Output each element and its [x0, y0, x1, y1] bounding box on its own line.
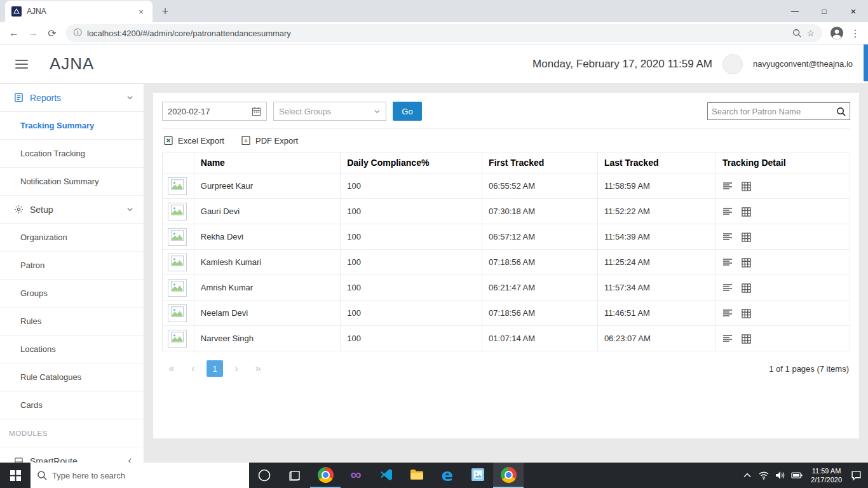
groups-select[interactable]: Select Groups	[273, 102, 386, 121]
taskbar-app-visual-studio[interactable]: ∞	[341, 463, 371, 488]
sidebar-item-reports[interactable]: Reports	[0, 84, 144, 112]
profile-avatar-icon[interactable]	[830, 26, 844, 40]
patron-photo-placeholder	[168, 203, 187, 220]
tracking-detail-grid-icon[interactable]	[742, 233, 751, 242]
action-center-icon[interactable]	[848, 463, 864, 488]
cell-name: Rekha Devi	[194, 224, 340, 250]
close-button[interactable]: ×	[839, 0, 868, 22]
tracking-detail-list-icon[interactable]	[722, 233, 733, 241]
network-icon[interactable]	[756, 463, 772, 488]
sidebar-item-location-tracking[interactable]: Location Tracking	[0, 140, 144, 168]
url-bar[interactable]: ⓘ localhost:4200/#/admin/core/patronatte…	[66, 24, 822, 42]
patron-photo-placeholder	[168, 330, 187, 348]
file-explorer-icon	[409, 467, 424, 482]
column-header-first-tracked[interactable]: First Tracked	[482, 152, 598, 173]
user-email[interactable]: navyugconvent@theajna.io	[753, 59, 853, 69]
browser-menu-icon[interactable]: ⋮	[848, 27, 863, 39]
tracking-detail-list-icon[interactable]	[722, 309, 733, 318]
sidebar-item-patron[interactable]: Patron	[0, 252, 144, 280]
zoom-icon[interactable]	[792, 29, 801, 37]
pager-last-button[interactable]: »	[250, 360, 266, 377]
calendar-icon[interactable]	[252, 107, 261, 116]
column-header-name[interactable]: Name	[194, 152, 340, 173]
user-avatar[interactable]	[722, 54, 743, 74]
pager-current-page[interactable]: 1	[207, 360, 223, 377]
sidebar-item-locations[interactable]: Locations	[0, 336, 144, 363]
column-header-last-tracked[interactable]: Last Tracked	[597, 152, 715, 173]
taskbar: ∞e 11:59 AM 2/17/2020	[0, 463, 868, 488]
tracking-detail-grid-icon[interactable]	[742, 258, 751, 268]
taskbar-search[interactable]	[31, 463, 249, 488]
browser-toolbar: ← → ⟳ ⓘ localhost:4200/#/admin/core/patr…	[0, 22, 868, 44]
tracking-detail-list-icon[interactable]	[722, 258, 733, 267]
cell-last-tracked: 11:58:59 AM	[597, 173, 715, 199]
taskbar-app-vscode[interactable]	[371, 463, 402, 488]
sidebar-item-rules[interactable]: Rules	[0, 308, 144, 336]
taskbar-date: 2/17/2020	[811, 475, 842, 484]
cell-last-tracked: 11:46:51 AM	[597, 301, 715, 326]
task-view-icon[interactable]	[280, 463, 310, 488]
taskbar-search-input[interactable]	[52, 471, 243, 480]
pager-prev-button[interactable]: ‹	[185, 360, 201, 377]
cell-compliance: 100	[341, 173, 482, 199]
sidebar-item-label: Patron	[20, 261, 44, 270]
table-row: Neelam Devi10007:18:56 AM11:46:51 AM	[163, 301, 850, 326]
pager-next-button[interactable]: ›	[228, 360, 245, 377]
reload-button[interactable]: ⟳	[43, 24, 61, 42]
patron-search-field[interactable]	[707, 102, 850, 120]
browser-tab[interactable]: AJNA ×	[5, 1, 153, 22]
sidebar-item-notification-summary[interactable]: Notification Summary	[0, 168, 144, 196]
bookmark-star-icon[interactable]: ☆	[806, 28, 815, 38]
start-button[interactable]	[0, 463, 31, 488]
visual-studio-icon: ∞	[350, 467, 361, 482]
attendance-grid: NameDaily Compliance%First TrackedLast T…	[162, 152, 850, 351]
tracking-detail-list-icon[interactable]	[722, 334, 733, 343]
sidebar-item-tracking-summary[interactable]: Tracking Summary	[0, 112, 144, 140]
battery-icon[interactable]	[789, 463, 805, 488]
sidebar-item-groups[interactable]: Groups	[0, 280, 144, 308]
pager-first-button[interactable]: «	[163, 360, 180, 377]
vscode-icon	[379, 467, 394, 482]
taskbar-app-edge[interactable]: e	[432, 463, 463, 488]
cortana-icon[interactable]	[249, 463, 280, 488]
tracking-detail-list-icon[interactable]	[722, 182, 733, 191]
page-scrollbar-thumb[interactable]	[864, 44, 868, 81]
taskbar-clock[interactable]: 11:59 AM 2/17/2020	[805, 466, 848, 484]
tracking-detail-grid-icon[interactable]	[742, 334, 751, 344]
minimize-button[interactable]: —	[780, 0, 810, 22]
forward-button[interactable]: →	[24, 24, 42, 42]
tracking-detail-list-icon[interactable]	[722, 207, 733, 216]
taskbar-app-photos[interactable]	[463, 463, 493, 488]
go-button[interactable]: Go	[393, 102, 422, 121]
hamburger-menu-icon[interactable]	[15, 60, 28, 69]
sidebar-item-rule-catalogues[interactable]: Rule Catalogues	[0, 363, 144, 391]
new-tab-button[interactable]: +	[156, 3, 174, 20]
tracking-detail-grid-icon[interactable]	[742, 182, 751, 191]
tracking-detail-list-icon[interactable]	[722, 283, 733, 292]
tracking-detail-grid-icon[interactable]	[742, 283, 751, 293]
tracking-detail-grid-icon[interactable]	[742, 309, 751, 318]
maximize-button[interactable]: □	[810, 0, 839, 22]
taskbar-app-chrome-active[interactable]	[493, 463, 524, 488]
excel-export-button[interactable]: Excel Export	[163, 135, 224, 146]
taskbar-app-chrome[interactable]	[310, 463, 341, 488]
tray-chevron-up-icon[interactable]	[739, 463, 756, 488]
page-info-icon[interactable]: ⓘ	[74, 27, 82, 39]
sidebar-item-smartroute[interactable]: SmartRoute	[0, 447, 144, 463]
taskbar-app-file-explorer[interactable]	[402, 463, 432, 488]
pdf-file-icon: A	[241, 135, 251, 146]
date-input[interactable]: 2020-02-17	[162, 102, 267, 121]
column-header-daily-compliance[interactable]: Daily Compliance%	[341, 152, 482, 173]
export-toolbar: Excel Export A PDF Export	[162, 129, 850, 152]
column-header-tracking-detail[interactable]: Tracking Detail	[715, 152, 850, 173]
patron-search-input[interactable]	[712, 107, 836, 116]
sidebar-item-cards[interactable]: Cards	[0, 391, 144, 419]
tracking-detail-grid-icon[interactable]	[742, 207, 751, 217]
sidebar-item-organization[interactable]: Organization	[0, 224, 144, 252]
volume-icon[interactable]	[772, 463, 789, 488]
search-icon[interactable]	[836, 107, 846, 116]
back-button[interactable]: ←	[5, 24, 23, 42]
pdf-export-button[interactable]: A PDF Export	[241, 135, 298, 146]
sidebar-item-setup[interactable]: Setup	[0, 196, 144, 224]
tab-close-icon[interactable]: ×	[136, 7, 146, 17]
